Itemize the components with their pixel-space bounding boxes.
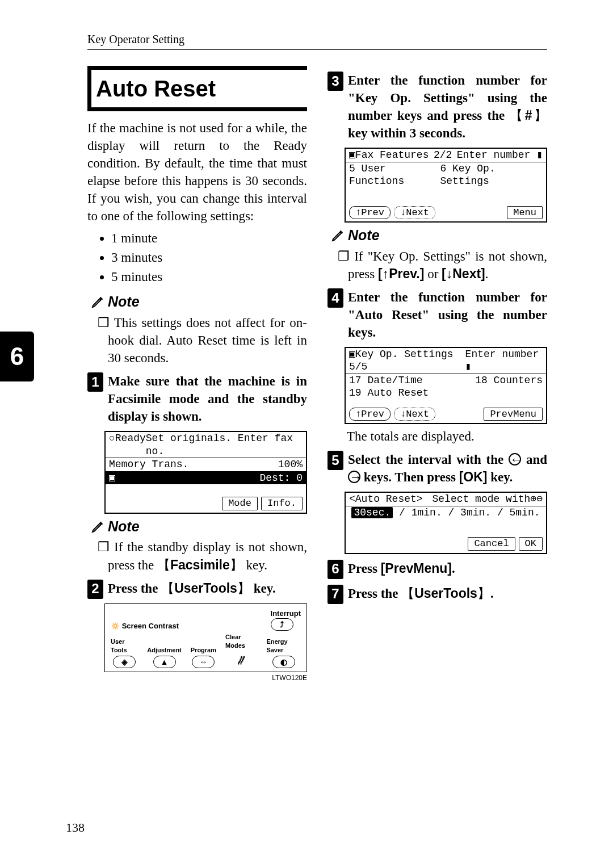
lcd-text: 2/2 bbox=[434, 149, 452, 162]
panel-label: 🔅 Screen Contrast bbox=[111, 621, 179, 631]
panel-label: Interrupt⤴ bbox=[271, 609, 301, 631]
step-2: 2 Press the UserTools key. bbox=[87, 580, 307, 599]
step-number-icon: 6 bbox=[328, 560, 343, 579]
ok-softkey: [OK] bbox=[459, 469, 488, 484]
lcd-text: ▣ bbox=[109, 472, 115, 485]
step-number-icon: 2 bbox=[87, 580, 103, 599]
right-arrow-icon: → bbox=[348, 471, 360, 483]
step-5: 5 Select the interval with the ← and → k… bbox=[328, 451, 547, 486]
prevmenu-softkey: [PrevMenu] bbox=[381, 561, 452, 576]
note-item: This settings does not affect for on-hoo… bbox=[98, 314, 307, 367]
step-7: 7 Press the UserTools. bbox=[328, 585, 547, 604]
list-item: 1 minute bbox=[111, 229, 307, 247]
usertools-key: UserTools bbox=[401, 586, 490, 601]
panel-label: Adjustment bbox=[147, 646, 182, 655]
note-item: If "Key Op. Settings" is not shown, pres… bbox=[338, 248, 547, 283]
list-item: 3 minutes bbox=[111, 249, 307, 266]
panel-label: Clear Modes bbox=[225, 633, 257, 650]
step-text: Select the interval with the ← and → key… bbox=[348, 451, 547, 486]
lcd-next-button: ↓Next bbox=[394, 408, 435, 421]
note-label: Note bbox=[348, 226, 380, 245]
lcd-info-button: Info. bbox=[261, 497, 303, 510]
pencil-icon bbox=[91, 295, 104, 309]
prev-softkey: [↑Prev.] bbox=[378, 266, 424, 281]
facsimile-key: Facsimile bbox=[157, 557, 243, 572]
note-item: If the standby display is not shown, pre… bbox=[98, 538, 307, 573]
step-1: 1 Make sure that the machine is in Facsi… bbox=[87, 372, 307, 425]
lcd-text: ▣Key Op. Settings 5/5 bbox=[349, 348, 465, 374]
lcd-ready-screen: ○ReadySet originals. Enter fax no. Memor… bbox=[104, 431, 307, 513]
lcd-prev-button: ↑Prev bbox=[349, 408, 391, 421]
lcd-text: 100% bbox=[278, 458, 303, 471]
lcd-text: Select mode with⊕⊖ bbox=[432, 493, 543, 506]
step-6: 6 Press [PrevMenu]. bbox=[328, 560, 547, 579]
header-rule bbox=[87, 49, 547, 50]
lcd-prevmenu-button: PrevMenu bbox=[484, 408, 543, 421]
lcd-key-op-settings: ▣Key Op. Settings 5/5Enter number ▮ 17 D… bbox=[345, 347, 547, 424]
clearmodes-button-icon: ⫽ bbox=[235, 652, 247, 669]
lcd-mode-button: Mode bbox=[222, 497, 258, 510]
hash-key: # bbox=[510, 108, 547, 123]
running-header: Key Operator Setting bbox=[87, 32, 547, 47]
program-button-icon: ↔ bbox=[192, 656, 215, 668]
pencil-icon bbox=[91, 520, 104, 534]
interrupt-button-icon: ⤴ bbox=[271, 618, 293, 631]
left-column: Auto Reset If the machine is not used fo… bbox=[87, 66, 307, 683]
pencil-icon bbox=[331, 229, 345, 242]
left-arrow-icon: ← bbox=[509, 453, 521, 466]
adjustment-button-icon: ▲ bbox=[153, 656, 176, 668]
step-number-icon: 3 bbox=[328, 72, 343, 91]
intro-paragraph: If the machine is not used for a while, … bbox=[87, 119, 307, 225]
list-item: 5 minutes bbox=[111, 268, 307, 286]
right-column: 3 Enter the function number for "Key Op.… bbox=[328, 66, 547, 683]
lcd-prev-button: ↑Prev bbox=[349, 206, 391, 219]
panel-label: Program bbox=[191, 646, 216, 655]
step-number-icon: 4 bbox=[328, 288, 343, 308]
step-text: Press the UserTools key. bbox=[108, 580, 307, 599]
panel-label: User Tools bbox=[111, 638, 138, 655]
lcd-text: 18 Counters bbox=[475, 374, 543, 387]
step-text: Press [PrevMenu]. bbox=[348, 560, 547, 579]
step-text: Make sure that the machine is in Facsimi… bbox=[108, 372, 307, 425]
usertools-key: UserTools bbox=[161, 581, 250, 596]
next-softkey: [↓Next] bbox=[442, 266, 485, 281]
lcd-text: Set originals. Enter fax no. bbox=[146, 432, 303, 458]
result-text: The totals are displayed. bbox=[347, 427, 547, 445]
lcd-cancel-button: Cancel bbox=[468, 537, 515, 550]
lcd-text: Enter number ▮ bbox=[457, 149, 543, 162]
step-text: Enter the function number for "Key Op. S… bbox=[348, 72, 547, 142]
interval-options: 1 minute 3 minutes 5 minutes bbox=[87, 229, 307, 286]
step-text: Press the UserTools. bbox=[348, 585, 547, 604]
figure-code: LTWO120E bbox=[87, 673, 307, 682]
page-number: 138 bbox=[66, 819, 85, 836]
step-number-icon: 1 bbox=[87, 372, 103, 392]
step-text: Enter the function number for "Auto Rese… bbox=[348, 288, 547, 341]
step-4: 4 Enter the function number for "Auto Re… bbox=[328, 288, 547, 341]
section-heading: Auto Reset bbox=[87, 66, 307, 111]
energysaver-button-icon: ◐ bbox=[272, 656, 295, 668]
lcd-text: 19 Auto Reset bbox=[349, 387, 429, 400]
lcd-text: ▣Fax Features bbox=[349, 149, 429, 162]
note-heading: Note bbox=[91, 292, 307, 312]
step-number-icon: 7 bbox=[328, 585, 343, 604]
step-3: 3 Enter the function number for "Key Op.… bbox=[328, 72, 547, 142]
lcd-text: Enter number ▮ bbox=[465, 348, 543, 374]
lcd-text: ○Ready bbox=[109, 432, 146, 458]
lcd-text: 30sec. / 1min. / 3min. / 5min. bbox=[351, 506, 540, 519]
lcd-ok-button: OK bbox=[519, 537, 543, 550]
lcd-text: 6 Key Op. Settings bbox=[440, 162, 543, 188]
lcd-text: 5 User Functions bbox=[349, 162, 440, 188]
lcd-auto-reset: <Auto Reset>Select mode with⊕⊖ 30sec. / … bbox=[345, 492, 547, 553]
lcd-text: Dest: 0 bbox=[259, 472, 303, 485]
lcd-fax-features: ▣Fax Features2/2Enter number ▮ 5 User Fu… bbox=[345, 148, 547, 223]
note-label: Note bbox=[108, 292, 140, 312]
panel-label: Energy Saver bbox=[266, 638, 301, 655]
chapter-tab: 6 bbox=[0, 332, 34, 381]
step-number-icon: 5 bbox=[328, 451, 343, 470]
note-heading: Note bbox=[331, 226, 547, 245]
note-heading: Note bbox=[91, 517, 307, 536]
lcd-menu-button: Menu bbox=[507, 206, 543, 219]
control-panel-illustration: 🔅 Screen Contrast Interrupt⤴ User Tools◈… bbox=[104, 603, 307, 673]
lcd-text: Memory Trans. bbox=[109, 458, 188, 471]
note-label: Note bbox=[108, 517, 140, 536]
